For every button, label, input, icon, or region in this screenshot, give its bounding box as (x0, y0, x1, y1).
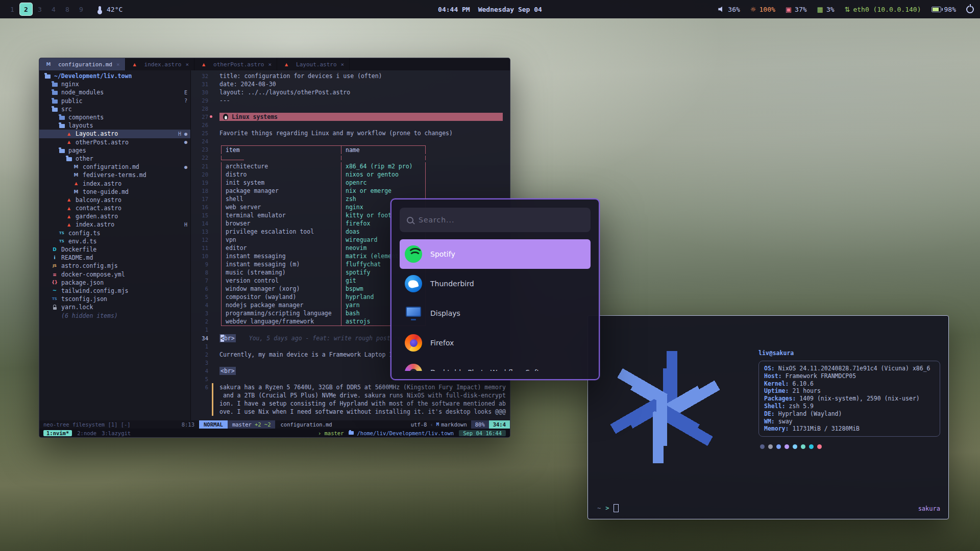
tree-item[interactable]: astro.config.mjs (39, 262, 190, 270)
launcher-item-label: Firefox (430, 339, 454, 347)
workspace-button[interactable]: 2 (20, 3, 32, 15)
tree-item[interactable]: tailwind.config.mjs (39, 287, 190, 295)
tree-item[interactable]: other (39, 155, 190, 163)
fetch-info-line: DEHyprland (Wayland) (764, 410, 935, 418)
git-blame-text: You, 5 days ago - feat: write rough post… (249, 334, 401, 342)
launcher-item[interactable]: Darktable Photo Workflow Software (400, 358, 591, 371)
close-icon[interactable]: × (268, 61, 272, 68)
tree-item[interactable]: package.json (39, 279, 190, 287)
temperature-module: 42°C (99, 6, 122, 13)
table-col-name: name (341, 146, 426, 154)
tree-item[interactable]: tsconfig.json (39, 295, 190, 303)
tree-item[interactable]: node_modules E (39, 88, 190, 96)
tree-item-label: pages (68, 147, 86, 154)
tree-item[interactable]: docker-compose.yml (39, 270, 190, 279)
editor-line: ove. I use Nix when I need software with… (191, 408, 510, 416)
tree-item[interactable]: components (39, 113, 190, 121)
clock-time: 04:44 PM (438, 6, 470, 13)
close-icon[interactable]: × (185, 61, 189, 68)
tree-item[interactable]: Dockerfile (39, 245, 190, 254)
tree-item[interactable]: Layout.astro H ● (39, 130, 190, 138)
tree-item[interactable]: contact.astro (39, 204, 190, 212)
fetch-info-line: WMsway (764, 418, 935, 425)
tmux-window[interactable]: 1:nvim* (43, 430, 72, 436)
launcher-item[interactable]: Displays (400, 298, 591, 328)
battery-module: 98% (932, 6, 956, 13)
terminal-window: liv@sakura OSNixOS 24.11.20240828.71e91c… (587, 315, 949, 519)
launcher-item[interactable]: Thunderbird (400, 269, 591, 298)
volume-module: 36% (718, 6, 740, 13)
astro-icon (72, 181, 80, 187)
workspace-button[interactable]: 9 (75, 3, 87, 15)
fetch-info-line: OSNixOS 24.11.20240828.71e91c4 (Vicuna) … (764, 365, 935, 372)
tree-item[interactable]: balcony.astro (39, 196, 190, 204)
tree-item[interactable]: otherPost.astro ● (39, 138, 190, 146)
tree-item[interactable]: yarn.lock (39, 303, 190, 311)
astro-icon (65, 197, 73, 203)
tree-item[interactable]: configuration.md ● (39, 163, 190, 171)
folder-icon (51, 89, 59, 95)
launcher-item-label: Darktable Photo Workflow Software (430, 368, 557, 371)
tree-item[interactable]: README.md (39, 254, 190, 262)
tree-item[interactable]: index.astro H (39, 220, 190, 229)
tree-item[interactable]: pages (39, 146, 190, 155)
fetch-info-line: Packages1409 (nix-system), 2590 (nix-use… (764, 395, 935, 403)
ts-icon (58, 230, 66, 236)
neo-tree-sidebar: ~/Development/liv.town nginx node_module… (39, 70, 191, 420)
network-module: ⇅ eth0 (10.0.0.140) (845, 6, 921, 13)
tree-item[interactable]: tone-guide.md (39, 188, 190, 196)
tree-item[interactable]: src (39, 105, 190, 113)
block-cursor: < (220, 335, 224, 342)
tree-item[interactable]: env.d.ts (39, 237, 190, 245)
launcher-item[interactable]: Spotify (400, 239, 591, 269)
tree-item[interactable]: config.ts (39, 229, 190, 237)
astro-icon (131, 61, 139, 67)
shell-prompt[interactable]: ~ > (597, 504, 619, 512)
workspace-button[interactable]: 8 (61, 3, 74, 15)
editor-line: 26 (191, 121, 510, 129)
tmux-window[interactable]: 2:node (77, 430, 96, 436)
fetch-info-box: OSNixOS 24.11.20240828.71e91c4 (Vicuna) … (758, 361, 940, 437)
workspace-button[interactable]: 1 (6, 3, 18, 15)
tree-item-label: index.astro (76, 221, 114, 228)
launcher-item[interactable]: Firefox (400, 328, 591, 358)
tree-item[interactable]: ~/Development/liv.town (39, 72, 190, 80)
tree-item[interactable]: (6 hidden items) (39, 311, 190, 319)
workspace-button[interactable]: 3 (34, 3, 46, 15)
tree-item[interactable]: fediverse-terms.md (39, 171, 190, 179)
palette-dot (760, 444, 765, 449)
lock-icon (51, 304, 59, 310)
tree-item[interactable]: layouts (39, 121, 190, 130)
readme-icon (51, 255, 59, 261)
editor-tab[interactable]: Layout.astro × (277, 58, 350, 70)
editor-tab[interactable]: index.astro × (126, 58, 194, 70)
tree-item-label: otherPost.astro (76, 139, 129, 146)
tree-item-badge: H ● (178, 131, 187, 137)
prompt-path: ~ (597, 505, 601, 512)
tree-item-label: components (68, 114, 104, 121)
tree-item[interactable]: garden.astro (39, 212, 190, 220)
editor-line: 30 layout: ../../layouts/otherPost.astro (191, 88, 510, 96)
tree-item-label: Dockerfile (61, 246, 96, 253)
tmux-window[interactable]: 3:lazygit (102, 430, 131, 436)
editor-tab[interactable]: configuration.md × (39, 58, 126, 70)
close-icon[interactable]: × (116, 61, 120, 68)
disk-value: 37% (795, 6, 806, 13)
editor-tab[interactable]: otherPost.astro × (194, 58, 277, 70)
tree-item[interactable]: public ? (39, 97, 190, 105)
tree-item-label: src (61, 106, 72, 113)
tree-item-label: Layout.astro (76, 130, 118, 137)
table-row: 21 architecture x86_64 (rip m2 pro) (191, 162, 510, 170)
tree-item[interactable]: nginx (39, 80, 190, 88)
tab-label: configuration.md (58, 61, 112, 68)
editor-line: 29 --- (191, 96, 510, 105)
launcher-results: Spotify Thunderbird Displays Firefox Dar… (400, 239, 591, 371)
power-icon[interactable] (966, 6, 974, 13)
workspace-button[interactable]: 4 (47, 3, 60, 15)
brightness-icon: ☼ (750, 6, 756, 13)
tree-item-label: tsconfig.json (61, 295, 107, 303)
search-input[interactable]: Search... (400, 208, 591, 232)
tree-item[interactable]: index.astro (39, 179, 190, 187)
tree-item-label: public (61, 97, 83, 105)
close-icon[interactable]: × (341, 61, 345, 68)
